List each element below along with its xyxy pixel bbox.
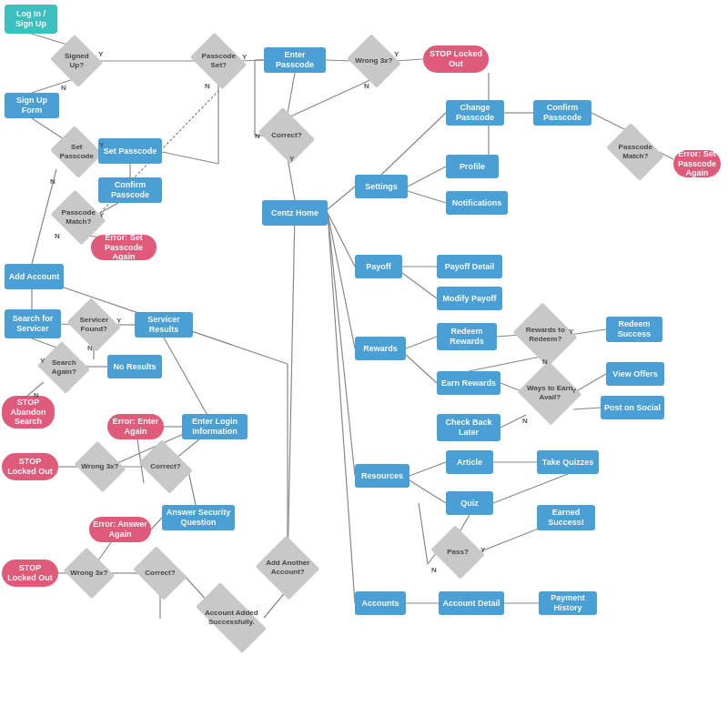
connector-label: N [522, 417, 528, 425]
connector-label: Y [480, 546, 485, 554]
node-error_answer: Error: Answer Again [89, 517, 151, 542]
connector-label: N [205, 82, 210, 90]
svg-line-59 [402, 273, 437, 298]
connector-label: Y [571, 387, 576, 395]
connector-label: Y [289, 155, 294, 163]
connector-label: N [50, 177, 56, 186]
svg-line-63 [570, 329, 606, 335]
node-answer_security: Answer Security Question [162, 505, 235, 530]
svg-line-48 [328, 213, 355, 267]
connector-label: Y [116, 317, 121, 325]
node-sign_up_form: Sign Up Form [5, 93, 59, 118]
node-error_set_passcode2: Error: Set Passcode Again [673, 150, 721, 177]
svg-line-69 [410, 462, 446, 476]
flowchart-diagram: Log In / Sign UpSigned Up?Sign Up FormSe… [0, 0, 728, 716]
svg-line-47 [328, 187, 355, 209]
node-add_account: Add Account [5, 264, 64, 289]
node-post_social: Post on Social [601, 396, 664, 419]
node-resources: Resources [355, 464, 410, 488]
node-stop_locked_top: STOP Locked Out [423, 45, 489, 73]
connector-label: Y [99, 211, 104, 219]
node-stop_abandon: STOP Abandon Search [2, 396, 55, 429]
node-modify_payoff: Modify Payoff [437, 287, 502, 310]
svg-line-50 [328, 213, 355, 476]
node-centz_home: Centz Home [262, 200, 328, 226]
node-change_passcode: Change Passcode [446, 100, 504, 126]
connector-label: Y [99, 141, 104, 149]
node-pass: Pass? [437, 535, 479, 570]
connector-label: Y [242, 53, 247, 61]
node-servicer_results: Servicer Results [135, 312, 193, 338]
connector-label: N [255, 132, 260, 140]
node-wrong_3x_1: Wrong 3x? [80, 450, 120, 483]
svg-line-76 [419, 503, 428, 564]
node-take_quizzes: Take Quizzes [537, 450, 599, 474]
node-no_results: No Results [107, 355, 162, 378]
node-login: Log In / Sign Up [5, 5, 57, 34]
node-article: Article [446, 450, 493, 474]
svg-line-61 [406, 355, 437, 383]
svg-line-38 [162, 152, 218, 164]
node-passcode_match_d: Passcode Match? [56, 200, 100, 235]
node-stop_locked1: STOP Locked Out [2, 453, 58, 480]
svg-line-35 [288, 213, 295, 568]
node-signed_up: Signed Up? [56, 44, 96, 78]
node-earned_success: Earned Success! [537, 505, 595, 530]
node-account_detail: Account Detail [439, 591, 504, 615]
node-set_passcode_b: Set Passcode [98, 138, 162, 164]
node-account_added: Account Added Successfully. [198, 600, 264, 635]
node-add_another: Add Another Account? [264, 546, 311, 590]
node-view_offers: View Offers [606, 362, 664, 386]
node-rewards: Rewards [355, 337, 406, 360]
node-payment_history: Payment History [539, 591, 597, 615]
node-payoff: Payoff [355, 255, 402, 278]
svg-line-70 [410, 480, 446, 503]
connector-label: N [87, 344, 93, 352]
node-redeem_rewards: Redeem Rewards [437, 323, 497, 350]
node-search_servicer: Search for Servicer [5, 309, 61, 338]
node-ways_to_earn: Ways to Earn Avail? [526, 371, 573, 415]
svg-line-53 [408, 191, 446, 203]
node-notifications: Notifications [446, 191, 508, 215]
svg-line-40 [395, 59, 423, 61]
connector-label: Y [98, 50, 103, 58]
node-servicer_found: Servicer Found? [73, 308, 115, 342]
connector-label: N [61, 84, 66, 92]
node-correct_2: Correct? [138, 557, 182, 590]
connector-label: N [55, 232, 60, 240]
svg-line-72 [493, 474, 568, 503]
connector-label: Y [40, 357, 45, 365]
svg-line-51 [328, 213, 355, 603]
node-search_again: Search Again? [44, 350, 84, 385]
node-stop_locked2: STOP Locked Out [2, 560, 58, 587]
connector-label: N [34, 391, 39, 399]
connector-label: N [542, 358, 548, 366]
svg-line-49 [328, 213, 355, 348]
node-quiz: Quiz [446, 491, 493, 515]
node-check_back: Check Back Later [437, 414, 500, 441]
node-rewards_to_redeem: Rewards to Redeem? [521, 314, 570, 356]
node-confirm_passcode2: Confirm Passcode [533, 100, 592, 126]
node-correct_1: Correct? [144, 450, 187, 483]
node-confirm_passcode: Confirm Passcode [98, 177, 162, 203]
svg-line-41 [287, 78, 374, 118]
connector-label: N [431, 566, 437, 574]
svg-line-52 [408, 166, 446, 187]
node-enter_passcode: Enter Passcode [264, 47, 326, 73]
connector-label: Y [394, 50, 399, 58]
svg-line-60 [406, 337, 437, 348]
connector-label: N [364, 82, 369, 90]
svg-line-54 [381, 113, 446, 175]
node-set_passcode_d: Set Passcode [56, 135, 96, 169]
svg-line-2 [32, 78, 76, 93]
node-passcode_set: Passcode Set? [196, 44, 241, 78]
svg-line-68 [573, 408, 601, 409]
node-wrong_3x_top: Wrong 3x? [353, 44, 395, 78]
node-correct_top: Correct? [264, 118, 309, 153]
node-earn_rewards: Earn Rewards [437, 371, 500, 395]
node-error_enter_again: Error: Enter Again [107, 414, 164, 439]
node-enter_login_info: Enter Login Information [182, 414, 248, 439]
svg-line-26 [151, 518, 162, 529]
svg-line-64 [469, 356, 545, 371]
node-profile: Profile [446, 155, 499, 178]
